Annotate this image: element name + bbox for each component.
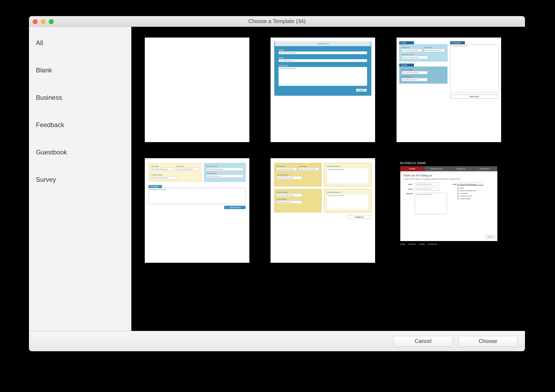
thumb-label: general production info <box>460 190 476 191</box>
thumb-label: media inquiries <box>460 198 471 199</box>
thumb-submit: Contact Us <box>347 215 371 219</box>
sidebar-item-guestbook[interactable]: Guestbook <box>29 143 131 162</box>
thumb-input: Text Field Placeholder <box>277 168 297 171</box>
sidebar-item-business[interactable]: Business <box>29 88 131 107</box>
thumb-footer-link: Products <box>408 243 416 245</box>
thumb-section-title: Profile <box>399 41 414 44</box>
thumb-submit: submit <box>485 235 495 238</box>
thumb-label: Last Name <box>176 165 199 167</box>
thumb-label: First Name <box>402 47 422 48</box>
thumb-nav-item: CONTACT <box>473 166 497 171</box>
thumb-label: Email Address <box>277 198 319 200</box>
checkbox-icon <box>457 192 459 194</box>
thumb-label: Interested in the following service <box>457 184 495 186</box>
template-feedback-yellow-blue[interactable]: First NameText Field Placeholder Last Na… <box>145 158 249 263</box>
thumb-footer-link: Clients <box>419 243 425 245</box>
thumb-input: Text Field Placeholder <box>279 51 367 54</box>
thumb-input: name@domain.com <box>206 175 243 178</box>
thumb-brand: BUSINESS NAME <box>397 158 501 166</box>
thumb-input: name@domain.com <box>277 201 302 204</box>
thumb-input: Text Field Placeholder <box>151 168 174 171</box>
thumb-footer-link: Home <box>400 243 405 245</box>
thumb-footer-link: Contact Us <box>428 243 437 245</box>
thumb-input: Text Field Placeholder <box>402 49 422 52</box>
template-gallery: Contact Us Name Text Field Placeholder E… <box>131 27 525 331</box>
dialog-footer: Cancel Choose <box>29 331 525 351</box>
sidebar-item-blank[interactable]: Blank <box>29 61 131 80</box>
thumb-section-title: Comments <box>450 41 465 44</box>
thumb-label: sales <box>460 187 464 189</box>
thumb-input: Text Field Placeholder <box>206 168 243 171</box>
thumb-section-title: Feedback <box>149 185 162 188</box>
sidebar-item-all[interactable]: All <box>29 33 131 53</box>
thumb-footer: Home Products Clients Contact Us <box>397 241 501 247</box>
thumb-textarea: Paragraph Placeholder <box>327 194 369 210</box>
thumb-input: Text Field Placeholder <box>299 168 319 171</box>
thumb-label: Company Name <box>151 174 199 176</box>
thumb-textarea: Paragraph Placeholder <box>415 193 447 214</box>
thumb-label: Email Address <box>402 76 445 77</box>
thumb-section-title: Contact <box>399 64 414 66</box>
thumb-nav-item: HOME <box>400 166 425 171</box>
thumb-label: Feedback Section A <box>327 165 369 167</box>
thumb-label: Email Address <box>206 172 243 174</box>
thumb-label: email * <box>447 183 458 185</box>
thumb-label: customer service <box>460 195 472 197</box>
thumb-nav-item: PRODUCTS <box>424 166 449 171</box>
thumb-label: Phone Number <box>206 165 243 167</box>
traffic-lights <box>33 19 54 24</box>
template-chooser-window: Choose a Template (34) All Blank Busines… <box>29 16 525 351</box>
thumb-textarea: Paragraph Placeholder <box>279 67 367 86</box>
thumb-submit: Submit Form <box>224 206 246 209</box>
thumb-textarea: Paragraph Placeholder <box>149 188 246 204</box>
thumb-label: phone <box>403 188 413 190</box>
thumb-input: Text Field Placeholder <box>402 56 428 59</box>
template-business-dark[interactable]: BUSINESS NAME HOME PRODUCTS CLIENTS CONT… <box>397 158 501 263</box>
template-profile-comments[interactable]: Profile First NameText Field Placeholder… <box>397 38 501 142</box>
checkbox-icon <box>457 187 459 189</box>
thumb-input: Text Field Placeholder <box>277 176 302 179</box>
thumb-input: Text Field Placeholder <box>424 49 445 52</box>
thumb-subheading: To get in touch with our company, please… <box>403 178 495 180</box>
thumb-input: Text Field Placeholder <box>402 71 428 74</box>
close-icon[interactable] <box>33 19 38 24</box>
thumb-label: name * <box>403 183 413 185</box>
zoom-icon[interactable] <box>49 19 54 24</box>
sidebar-item-survey[interactable]: Survey <box>29 170 131 189</box>
thumb-label: Company Name <box>277 174 319 176</box>
thumb-label: Comments <box>279 65 367 66</box>
sidebar-item-feedback[interactable]: Feedback <box>29 115 131 135</box>
window-title: Choose a Template (34) <box>248 18 305 24</box>
checkbox-icon <box>457 195 459 197</box>
thumb-input: Text Field Placeholder <box>277 194 302 197</box>
checkbox-icon <box>457 190 459 191</box>
thumb-label: Phone Number <box>277 191 319 193</box>
thumb-input: Text Field Placeholder <box>176 168 199 171</box>
titlebar: Choose a Template (34) <box>29 16 525 27</box>
thumb-submit: Send Form <box>450 95 498 99</box>
minimize-icon[interactable] <box>41 19 46 24</box>
thumb-heading: Thank you for visiting us <box>403 174 495 177</box>
thumb-submit: submit <box>356 88 367 92</box>
thumb-label: feedback <box>403 193 413 194</box>
choose-button[interactable]: Choose <box>458 336 517 347</box>
thumb-input: Text Field Placeholder <box>415 183 439 186</box>
thumb-label: Phone Number <box>402 69 445 71</box>
thumb-textarea: Paragraph Placeholder <box>327 168 369 184</box>
sidebar: All Blank Business Feedback Guestbook Su… <box>29 27 131 331</box>
thumb-label: Name <box>279 49 367 51</box>
thumb-title: Contact Us <box>275 41 371 46</box>
template-blank[interactable] <box>145 38 249 142</box>
template-feedback-dual-yellow[interactable]: First NameText Field Placeholder Last Na… <box>271 158 375 263</box>
thumb-input: Text Field Placeholder <box>151 176 177 179</box>
thumb-nav: HOME PRODUCTS CLIENTS CONTACT <box>400 166 497 171</box>
thumb-input: name@domain.com <box>402 78 428 81</box>
thumb-nav-item: CLIENTS <box>449 166 473 171</box>
template-contact-teal[interactable]: Contact Us Name Text Field Placeholder E… <box>271 38 375 142</box>
thumb-label: Last Name <box>299 165 319 167</box>
thumb-label: First Name <box>277 165 297 167</box>
thumb-input: name@domain.com <box>279 59 367 62</box>
thumb-label: Company Name <box>402 54 445 55</box>
thumb-textarea: Paragraph Placeholder <box>450 44 498 93</box>
cancel-button[interactable]: Cancel <box>394 336 453 347</box>
